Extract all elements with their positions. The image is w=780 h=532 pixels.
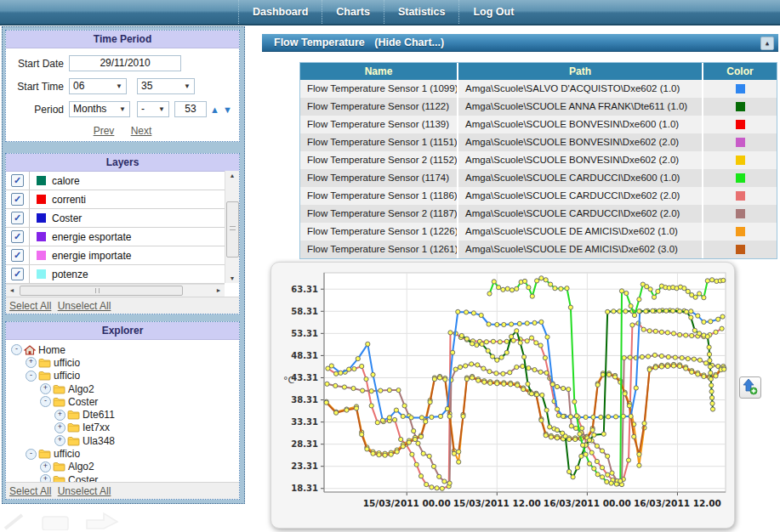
collapse-node-icon[interactable]: -: [40, 396, 51, 407]
collapse-node-icon[interactable]: -: [26, 449, 37, 460]
layers-hscrollbar[interactable]: ◄ ►: [6, 284, 225, 297]
table-row[interactable]: Flow Temperature Sensor 1 (1151)Amga\Scu…: [300, 133, 777, 151]
y-tick-label: 33.31: [291, 417, 318, 427]
prev-link[interactable]: Prev: [94, 125, 115, 137]
sensor-path-cell: Amga\Scuole\SCUOLE BONVESIN\Dxe602 (2.0): [458, 151, 703, 169]
layer-checkbox[interactable]: ✓: [11, 268, 24, 280]
layer-checkbox[interactable]: ✓: [11, 193, 24, 206]
data-point-marker: [563, 434, 567, 439]
tree-node-label: Algo2: [68, 383, 94, 395]
data-point-marker: [581, 443, 585, 447]
table-row[interactable]: Flow Temperature Sensor (1139)Amga\Scuol…: [300, 116, 777, 133]
nav-item-charts[interactable]: Charts: [322, 0, 384, 24]
start-date-input[interactable]: 29/11/2010: [69, 55, 181, 71]
expand-node-icon[interactable]: +: [54, 422, 65, 433]
table-row[interactable]: Flow Temperature Sensor 2 (1152)Amga\Scu…: [300, 151, 777, 169]
data-point-marker: [361, 388, 365, 393]
table-row[interactable]: Flow Temperature Sensor (1174)Amga\Scuol…: [300, 169, 777, 187]
data-point-marker: [324, 400, 328, 405]
scroll-right-icon[interactable]: ►: [213, 285, 225, 297]
table-row[interactable]: Flow Temperature Sensor 1 (1226)Amga\Scu…: [300, 223, 777, 241]
expand-node-icon[interactable]: +: [26, 357, 37, 368]
folder-icon: [67, 436, 80, 446]
table-row[interactable]: Flow Temperature Sensor 1 (1261)Amga\Scu…: [300, 241, 777, 258]
export-chart-button[interactable]: [739, 376, 761, 399]
explorer-unselect-all-link[interactable]: Unselect All: [58, 485, 111, 497]
layer-checkbox[interactable]: ✓: [11, 230, 24, 243]
hscroll-thumb[interactable]: [20, 286, 183, 296]
layer-row: ✓correnti: [6, 190, 225, 209]
data-point-marker: [600, 466, 604, 470]
tree-node-ufficio[interactable]: +ufficio: [9, 356, 239, 369]
tree-node-algo2[interactable]: +Algo2: [9, 461, 239, 473]
sensor-name-cell: Flow Temperature Sensor (1139): [300, 116, 458, 133]
data-point-marker: [708, 359, 712, 363]
data-point-marker: [689, 315, 693, 320]
collapse-icon[interactable]: ▴: [760, 37, 774, 50]
scroll-down-icon[interactable]: ▼: [225, 275, 239, 281]
nav-item-log-out[interactable]: Log Out: [458, 0, 527, 24]
data-point-marker: [642, 422, 646, 426]
collapse-node-icon[interactable]: -: [26, 371, 37, 382]
period-unit-select[interactable]: Months▼: [69, 101, 130, 117]
table-row[interactable]: Flow Temperature Sensor 2 (1187)Amga\Scu…: [300, 205, 777, 223]
flow-temperature-chart[interactable]: 18.3123.3128.3133.3138.3143.3148.3153.31…: [271, 263, 734, 528]
layer-label: energie importate: [52, 250, 131, 262]
expand-node-icon[interactable]: +: [54, 435, 65, 446]
tree-node-iet7xx[interactable]: +Iet7xx: [9, 422, 239, 434]
expand-node-icon[interactable]: +: [40, 383, 51, 394]
data-point-marker: [716, 317, 720, 321]
expand-node-icon[interactable]: +: [54, 410, 65, 421]
data-point-marker: [656, 289, 660, 293]
layers-vscrollbar[interactable]: ▲ ▼: [225, 171, 239, 283]
layers-unselect-all-link[interactable]: Unselect All: [58, 300, 111, 312]
layers-select-all-link[interactable]: Select All: [9, 300, 51, 312]
data-point-marker: [629, 304, 633, 308]
hide-chart-toggle[interactable]: (Hide Chart...): [374, 37, 444, 48]
data-point-marker: [652, 295, 656, 299]
data-point-marker: [680, 356, 684, 360]
tree-node-coster[interactable]: -Coster: [9, 395, 239, 408]
data-point-marker: [515, 383, 520, 388]
tree-node-label: ufficio: [54, 448, 80, 460]
data-point-marker: [421, 451, 425, 456]
nav-item-statistics[interactable]: Statistics: [384, 0, 459, 24]
spin-down-icon[interactable]: ▼: [223, 105, 232, 115]
data-point-marker: [555, 427, 559, 432]
spin-up-icon[interactable]: ▲: [210, 105, 219, 115]
data-point-marker: [621, 414, 625, 418]
scroll-left-icon[interactable]: ◄: [6, 285, 18, 297]
data-point-marker: [413, 437, 417, 441]
data-point-marker: [458, 365, 462, 369]
period-value-input[interactable]: 53: [174, 101, 207, 117]
layer-checkbox[interactable]: ✓: [11, 249, 24, 262]
tree-node-algo2[interactable]: +Algo2: [9, 382, 239, 395]
start-hour-select[interactable]: 06▼: [69, 78, 127, 94]
vscroll-thumb[interactable]: [226, 201, 239, 258]
collapse-node-icon[interactable]: -: [11, 344, 22, 355]
tree-node-dte611[interactable]: +Dte611: [9, 408, 239, 421]
table-row[interactable]: Flow Temperature Sensor 1 (1186)Amga\Scu…: [300, 187, 777, 205]
tree-node-home[interactable]: -Home: [9, 343, 239, 356]
data-point-marker: [651, 308, 655, 313]
table-row[interactable]: Flow Temperature Sensor 1 (1099)Amga\Scu…: [300, 80, 777, 98]
expand-node-icon[interactable]: +: [40, 461, 51, 473]
layer-checkbox[interactable]: ✓: [11, 174, 24, 187]
period-sign-select[interactable]: -▼: [137, 101, 169, 117]
table-row[interactable]: Flow Temperature Sensor (1122)Amga\Scuol…: [300, 98, 777, 116]
data-point-marker: [510, 322, 514, 326]
data-point-marker: [710, 407, 715, 411]
explorer-select-all-link[interactable]: Select All: [9, 485, 51, 497]
scroll-up-icon[interactable]: ▲: [225, 173, 239, 178]
next-link[interactable]: Next: [131, 125, 152, 137]
nav-item-dashboard[interactable]: Dashboard: [238, 0, 322, 24]
tree-node-ula348[interactable]: +Ula348: [9, 434, 239, 447]
tree-node-ufficio[interactable]: -ufficio: [9, 370, 239, 382]
layer-label: energie esportate: [52, 231, 131, 243]
data-point-marker: [580, 426, 584, 430]
start-minute-select[interactable]: 35▼: [137, 78, 195, 94]
tree-node-ufficio[interactable]: -ufficio: [9, 447, 239, 460]
data-point-marker: [494, 371, 498, 376]
layer-checkbox[interactable]: ✓: [11, 212, 24, 224]
data-point-marker: [442, 479, 447, 484]
